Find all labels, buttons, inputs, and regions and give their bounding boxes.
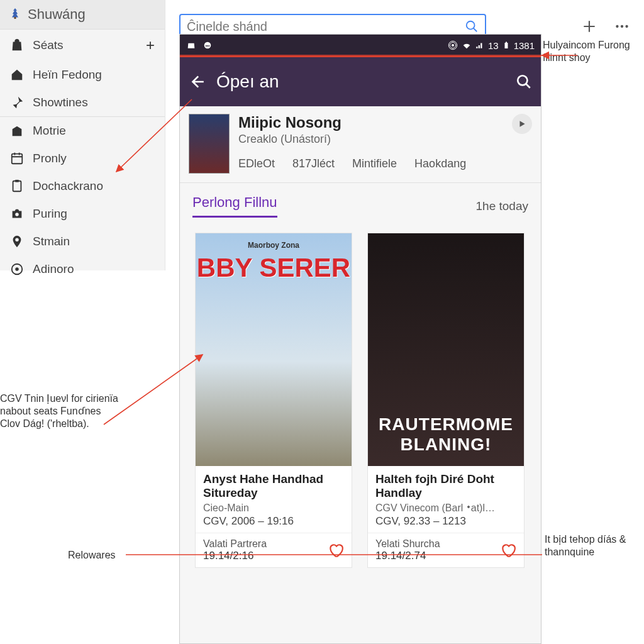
featured-title: Miipic Nosong	[238, 114, 503, 131]
featured-tab[interactable]: Haokdang	[414, 157, 466, 170]
home-icon	[10, 68, 24, 82]
sidebar-item-label: Dochackrano	[33, 179, 103, 193]
clipboard-icon	[10, 179, 24, 193]
sidebar-item-adinoro[interactable]: Adinoro	[0, 255, 165, 283]
section-header: Perlong Fillnu 1he today	[180, 183, 541, 221]
status-time: 1381	[514, 40, 535, 51]
featured-tab[interactable]: EDleOt	[238, 157, 275, 170]
featured-tab[interactable]: Mintifiele	[352, 157, 397, 170]
add-button[interactable]	[581, 18, 597, 35]
svg-point-18	[518, 75, 527, 85]
annotation-top-right: Hulyaincom Furong fllinnt shoy	[543, 39, 643, 64]
sidebar-item-puring[interactable]: Puring	[0, 200, 165, 228]
sidebar-item-motrie[interactable]: Motrie	[0, 116, 165, 145]
section-right-label[interactable]: 1he today	[476, 199, 528, 213]
featured-tabs: EDleOt 817Jléct Mintifiele Haokdang	[238, 157, 503, 170]
annotation-left: CGV Tnin Ịueνl for cirienïa nabout seats…	[0, 392, 119, 430]
movie-poster[interactable]: RAUTERMOME BLANING!	[368, 233, 524, 466]
sidebar-item-hein-fedong[interactable]: Heïn Fedong	[0, 61, 165, 89]
sidebar-item-seats[interactable]: Séats +	[0, 30, 165, 61]
svg-text:•••: •••	[206, 43, 211, 48]
sidebar-item-dochackrano[interactable]: Dochackrano	[0, 172, 165, 200]
bag-icon	[10, 38, 24, 52]
poster-subtitle: RAUTERMOME BLANING!	[368, 414, 524, 455]
sidebar-item-pronly[interactable]: Pronly	[0, 145, 165, 172]
signal-icon	[475, 40, 484, 50]
featured-movie: Miipic Nosong Creaklo (Unástorí) EDleOt …	[180, 106, 541, 183]
location-icon	[10, 235, 24, 248]
svg-point-7	[467, 21, 475, 30]
camera-icon	[10, 207, 24, 221]
svg-point-23	[494, 549, 496, 552]
svg-point-10	[625, 25, 628, 28]
svg-point-4	[15, 213, 19, 216]
svg-rect-0	[14, 17, 16, 19]
svg-point-20	[321, 549, 324, 552]
sidebar-item-label: Pronly	[33, 152, 67, 165]
sidebar-item-label: Showtines	[33, 96, 88, 109]
heart-icon[interactable]	[328, 542, 344, 558]
movie-poster[interactable]: Maorboy Zona BBY SERER	[196, 233, 352, 466]
battery-icon	[502, 40, 510, 50]
building-icon	[10, 124, 24, 138]
app-title-text: Shuwáng	[28, 6, 86, 23]
play-button[interactable]	[512, 114, 532, 134]
calendar-icon	[10, 152, 24, 165]
sidebar: Shuwáng Séats + Heïn Fedong Showtines Mo…	[0, 0, 165, 270]
poster-title: BBY SERER	[196, 255, 352, 280]
kebab-icon[interactable]	[494, 543, 500, 557]
svg-point-8	[616, 25, 618, 28]
svg-point-13	[452, 44, 454, 47]
app-logo-icon	[8, 7, 23, 22]
movie-card[interactable]: Maorboy Zona BBY SERER Anyst Hahe Handha…	[195, 233, 352, 568]
back-icon[interactable]	[189, 74, 205, 90]
movie-card[interactable]: RAUTERMOME BLANING! Halteh fojh Diré Doh…	[367, 233, 525, 568]
sidebar-item-label: Puring	[33, 207, 67, 221]
appbar-title: Ópeı an	[216, 72, 279, 92]
movie-title: Halteh fojh Diré Doht Handlay	[375, 472, 516, 500]
movie-grid: Maorboy Zona BBY SERER Anyst Hahe Handha…	[180, 221, 541, 568]
phone-screenshot: ••• 13 1381 Ópeı an Miipic Nosong Creakl…	[179, 34, 541, 644]
svg-rect-2	[13, 181, 21, 192]
movie-time: CGV, 2006 – 19:16	[203, 515, 344, 528]
plus-icon[interactable]: +	[146, 36, 155, 54]
sidebar-item-label: Heïn Fedong	[33, 68, 102, 82]
svg-rect-16	[504, 43, 508, 48]
sidebar-item-stmain[interactable]: Stmain	[0, 228, 165, 255]
section-tab-active[interactable]: Perlong Fillnu	[192, 194, 277, 218]
movie-location: CGV Vinecom (Barl ꞏat)l…	[375, 502, 516, 514]
sidebar-item-label: Motrie	[33, 124, 66, 138]
svg-rect-3	[15, 180, 19, 182]
svg-point-21	[321, 554, 324, 557]
wifi-icon	[462, 40, 472, 50]
movie-rating: 19.14/2.74	[375, 550, 440, 562]
svg-rect-17	[506, 42, 507, 43]
shop-icon	[186, 40, 196, 50]
status-num: 13	[488, 40, 499, 51]
more-button[interactable]	[614, 18, 630, 35]
featured-subtitle: Creaklo (Unástorí)	[238, 133, 503, 146]
featured-poster[interactable]	[189, 114, 230, 174]
movie-time: CGV, 92.33 – 1213	[375, 515, 516, 528]
sidebar-item-showtines[interactable]: Showtines	[0, 89, 165, 116]
poster-overline: Maorboy Zona	[196, 241, 352, 250]
featured-tab[interactable]: 817Jléct	[292, 157, 335, 170]
kebab-icon[interactable]	[321, 543, 328, 557]
sidebar-item-label: Stmain	[33, 235, 70, 248]
svg-point-9	[621, 25, 623, 28]
search-icon[interactable]	[465, 19, 479, 33]
search-input[interactable]	[187, 19, 465, 34]
label-relowares: Relowares	[68, 549, 116, 562]
movie-title: Anyst Hahe Handhad Situreday	[203, 472, 344, 500]
hotspot-icon	[448, 40, 458, 50]
pin-icon	[10, 96, 24, 109]
svg-rect-1	[12, 154, 23, 164]
play-icon	[518, 119, 526, 128]
movie-rating: 19.14/2:16	[203, 550, 267, 562]
dots-icon: •••	[203, 40, 213, 50]
movie-foot-label: Valati Partrera	[203, 538, 267, 550]
appbar-search-icon[interactable]	[516, 74, 532, 90]
app-title: Shuwáng	[0, 0, 165, 30]
heart-icon[interactable]	[500, 542, 516, 558]
movie-foot-label: Yelati Shurcha	[375, 538, 440, 550]
